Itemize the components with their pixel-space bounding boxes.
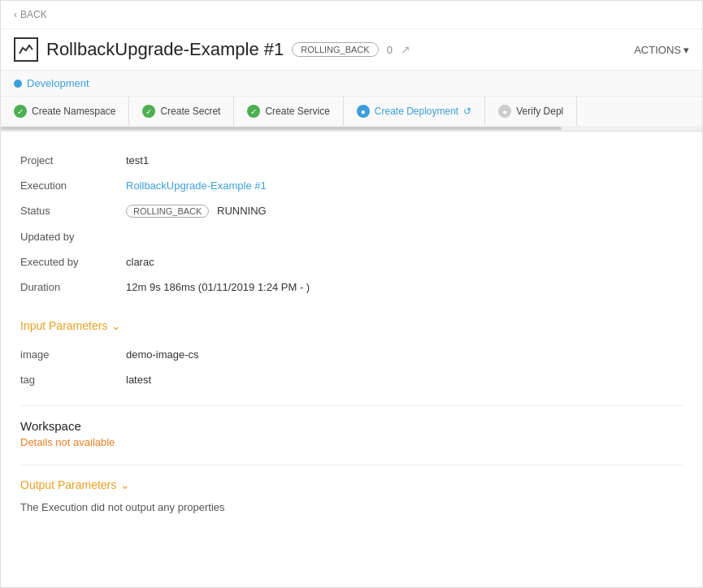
step-create-service[interactable]: ✓ Create Service xyxy=(234,97,343,126)
executed-label: Executed by xyxy=(20,256,126,268)
status-badge-inline: ROLLING_BACK xyxy=(126,205,209,218)
scrollbar[interactable] xyxy=(1,126,702,131)
env-label: Development xyxy=(27,77,89,89)
status-label: Status xyxy=(20,205,126,217)
steps-row: ✓ Create Namespace ✓ Create Secret ✓ Cre… xyxy=(1,97,702,126)
execution-row: Execution RollbackUpgrade-Example #1 xyxy=(20,173,683,198)
input-params-label: Input Parameters xyxy=(20,319,107,332)
page-title: RollbackUpgrade-Example #1 xyxy=(46,39,284,60)
duration-label: Duration xyxy=(20,281,126,293)
tag-value: latest xyxy=(126,374,151,386)
tag-icon: ↗ xyxy=(401,43,410,56)
updated-label: Updated by xyxy=(20,231,126,243)
chevron-down-icon: ▾ xyxy=(683,44,689,56)
duration-value: 12m 9s 186ms (01/11/2019 1:24 PM - ) xyxy=(126,281,310,293)
workspace-title: Workspace xyxy=(20,419,683,433)
actions-button[interactable]: ACTIONS ▾ xyxy=(634,44,689,56)
workspace-detail: Details not available xyxy=(20,436,683,448)
env-dot xyxy=(14,80,22,88)
back-arrow-icon: ‹ xyxy=(14,9,17,20)
image-label: image xyxy=(20,348,126,361)
executed-row: Executed by clarac xyxy=(20,249,683,275)
output-note: The Execution did not output any propert… xyxy=(20,501,683,513)
step-pending-icon: ● xyxy=(498,105,511,118)
page-header: RollbackUpgrade-Example #1 ROLLING_BACK … xyxy=(1,29,702,71)
status-value: ROLLING_BACK RUNNING xyxy=(126,205,267,218)
step-create-secret[interactable]: ✓ Create Secret xyxy=(129,97,234,126)
tag-row: tag latest xyxy=(20,367,683,392)
image-row: image demo-image-cs xyxy=(20,342,683,367)
duration-row: Duration 12m 9s 186ms (01/11/2019 1:24 P… xyxy=(20,275,683,300)
step-create-deployment[interactable]: ● Create Deployment ↺ xyxy=(344,97,485,126)
pipeline-bar: Development ✓ Create Namespace ✓ Create … xyxy=(1,71,702,132)
workspace-section: Workspace Details not available xyxy=(20,419,683,448)
step-label: Create Service xyxy=(265,106,329,117)
status-badge: ROLLING_BACK xyxy=(292,42,378,57)
divider xyxy=(20,405,683,406)
output-params-section: Output Parameters ⌄ The Execution did no… xyxy=(20,478,683,513)
collapse-icon: ⌄ xyxy=(111,319,121,332)
updated-row: Updated by xyxy=(20,224,683,249)
step-success-icon: ✓ xyxy=(247,105,260,118)
step-active-icon: ● xyxy=(357,105,370,118)
reload-icon: ↺ xyxy=(463,106,471,117)
status-row: Status ROLLING_BACK RUNNING xyxy=(20,198,683,224)
step-verify-depl[interactable]: ● Verify Depl xyxy=(485,97,577,126)
top-nav: ‹ BACK xyxy=(1,1,702,29)
tag-label: tag xyxy=(20,374,126,386)
execution-label: Execution xyxy=(20,179,126,192)
execution-value[interactable]: RollbackUpgrade-Example #1 xyxy=(126,179,267,192)
step-create-namespace[interactable]: ✓ Create Namespace xyxy=(1,97,129,126)
actions-label: ACTIONS xyxy=(634,44,681,56)
output-params-label: Output Parameters xyxy=(20,478,116,491)
back-link[interactable]: ‹ BACK xyxy=(14,9,689,20)
step-label: Create Secret xyxy=(160,106,220,117)
image-value: demo-image-cs xyxy=(126,348,199,361)
main-content: Project test1 Execution RollbackUpgrade-… xyxy=(1,132,702,530)
project-value: test1 xyxy=(126,154,149,166)
details-table: Project test1 Execution RollbackUpgrade-… xyxy=(20,148,683,300)
executed-value: clarac xyxy=(126,256,154,268)
step-label: Create Deployment xyxy=(375,106,458,117)
input-params-title[interactable]: Input Parameters ⌄ xyxy=(20,319,683,332)
collapse-icon2: ⌄ xyxy=(120,478,130,491)
step-success-icon: ✓ xyxy=(14,105,27,118)
divider2 xyxy=(20,465,683,465)
count-label: 0 xyxy=(387,44,393,56)
step-label: Create Namespace xyxy=(32,106,115,117)
step-label: Verify Depl xyxy=(516,106,563,117)
status-running-text: RUNNING xyxy=(217,205,267,217)
output-params-title[interactable]: Output Parameters ⌄ xyxy=(20,478,683,491)
project-label: Project xyxy=(20,154,126,166)
step-success-icon: ✓ xyxy=(142,105,155,118)
pipeline-icon xyxy=(14,37,38,62)
project-row: Project test1 xyxy=(20,148,683,173)
scrollbar-thumb xyxy=(1,127,562,130)
environment-row: Development xyxy=(1,71,702,97)
back-label: BACK xyxy=(20,9,47,20)
input-params-section: Input Parameters ⌄ image demo-image-cs t… xyxy=(20,319,683,392)
